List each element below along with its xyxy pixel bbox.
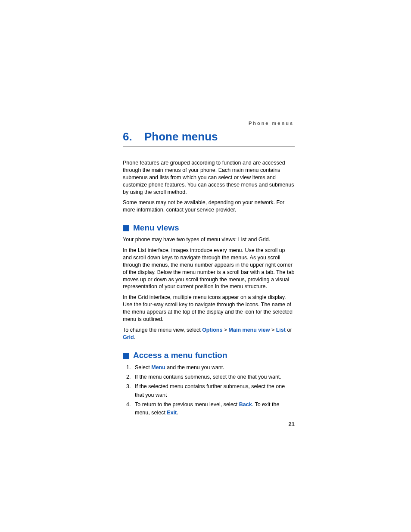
text-run: To change the menu view, select <box>123 327 202 333</box>
ui-keyword-back: Back <box>239 401 252 408</box>
ui-keyword-exit: Exit <box>167 410 177 416</box>
list-item: If the menu contains submenus, select th… <box>132 373 295 381</box>
ui-keyword-menu: Menu <box>151 364 165 370</box>
text-run: or <box>286 327 292 333</box>
page-number: 21 <box>289 421 295 427</box>
ui-keyword-main-menu-view: Main menu view <box>229 327 270 333</box>
text-run: Select <box>135 364 151 370</box>
list-item: Select Menu and the menu you want. <box>132 364 295 372</box>
body-paragraph: Your phone may have two types of menu vi… <box>123 236 295 243</box>
list-item: If the selected menu contains further su… <box>132 383 295 399</box>
body-paragraph: To change the menu view, select Options … <box>123 327 295 341</box>
ui-keyword-options: Options <box>202 327 222 333</box>
text-run: and the menu you want. <box>165 364 224 370</box>
chapter-heading: 6.Phone menus <box>123 130 295 146</box>
ordered-list: Select Menu and the menu you want. If th… <box>123 364 295 417</box>
text-run: > <box>222 327 228 333</box>
intro-paragraph-1: Phone features are grouped according to … <box>123 159 295 196</box>
square-bullet-icon <box>123 353 129 359</box>
running-header: Phone menus <box>123 121 294 126</box>
text-run: . <box>134 334 135 340</box>
body-paragraph: In the List interface, images introduce … <box>123 247 295 290</box>
list-item: To return to the previous menu level, se… <box>132 401 295 417</box>
chapter-number: 6. <box>123 130 144 143</box>
text-run: . <box>177 410 178 416</box>
section-heading-menu-views: Menu views <box>123 223 295 233</box>
chapter-title-text: Phone menus <box>144 130 218 143</box>
document-page: Phone menus 6.Phone menus Phone features… <box>0 0 411 532</box>
text-run: To return to the previous menu level, se… <box>135 401 239 408</box>
section-title-text: Menu views <box>133 223 179 233</box>
body-paragraph: In the Grid interface, multiple menu ico… <box>123 294 295 323</box>
ui-keyword-list: List <box>276 327 286 333</box>
intro-paragraph-2: Some menus may not be available, dependi… <box>123 199 295 214</box>
section-heading-access-menu: Access a menu function <box>123 351 295 360</box>
text-run: > <box>270 327 276 333</box>
square-bullet-icon <box>123 225 129 231</box>
section-title-text: Access a menu function <box>133 351 227 360</box>
ui-keyword-grid: Grid <box>123 334 134 340</box>
